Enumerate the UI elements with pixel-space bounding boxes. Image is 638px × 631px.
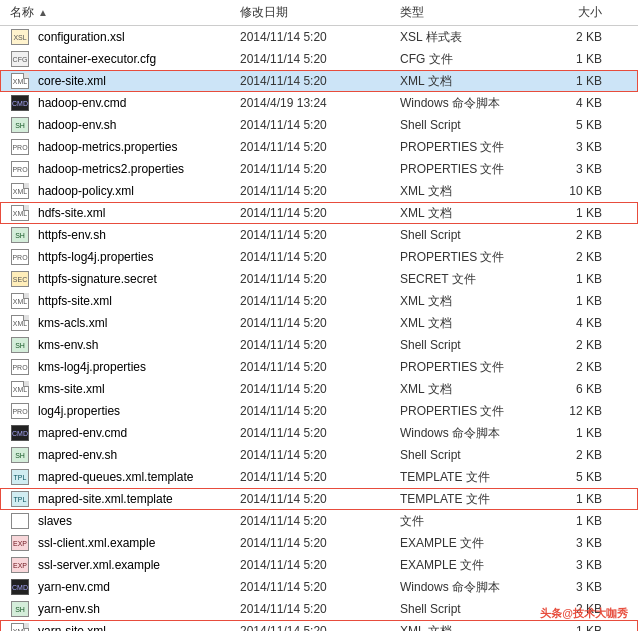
file-size: 2 KB <box>550 30 610 44</box>
col-date-header[interactable]: 修改日期 <box>240 4 400 21</box>
file-name-cell: EXPssl-client.xml.example <box>0 534 240 552</box>
file-date: 2014/11/14 5:20 <box>240 536 400 550</box>
file-type: Shell Script <box>400 338 550 352</box>
file-name-label: ssl-client.xml.example <box>38 536 240 550</box>
file-name-cell: PROkms-log4j.properties <box>0 358 240 376</box>
file-name-cell: CMDyarn-env.cmd <box>0 578 240 596</box>
file-name-label: hdfs-site.xml <box>38 206 240 220</box>
file-name-label: configuration.xsl <box>38 30 240 44</box>
file-icon: PRO <box>10 160 30 178</box>
file-name-label: yarn-env.cmd <box>38 580 240 594</box>
col-name-header[interactable]: 名称 ▲ <box>0 4 240 21</box>
table-row[interactable]: PROlog4j.properties2014/11/14 5:20PROPER… <box>0 400 638 422</box>
file-icon: XML <box>10 182 30 200</box>
file-icon: SH <box>10 226 30 244</box>
file-name-label: kms-log4j.properties <box>38 360 240 374</box>
file-size: 3 KB <box>550 162 610 176</box>
file-name-cell: EXPssl-server.xml.example <box>0 556 240 574</box>
file-size: 10 KB <box>550 184 610 198</box>
watermark: 头条@技术大咖秀 <box>540 606 628 621</box>
table-row[interactable]: XMLyarn-site.xml2014/11/14 5:20XML 文档1 K… <box>0 620 638 631</box>
file-date: 2014/11/14 5:20 <box>240 360 400 374</box>
col-type-header[interactable]: 类型 <box>400 4 550 21</box>
table-row[interactable]: EXPssl-client.xml.example2014/11/14 5:20… <box>0 532 638 554</box>
file-date: 2014/11/14 5:20 <box>240 140 400 154</box>
file-icon: CMD <box>10 424 30 442</box>
file-name-label: mapred-env.cmd <box>38 426 240 440</box>
file-name-label: ssl-server.xml.example <box>38 558 240 572</box>
file-name-label: hadoop-env.sh <box>38 118 240 132</box>
file-icon: TPL <box>10 490 30 508</box>
file-type: XML 文档 <box>400 623 550 632</box>
file-icon: EXP <box>10 556 30 574</box>
file-name-label: hadoop-metrics2.properties <box>38 162 240 176</box>
table-row[interactable]: CFGcontainer-executor.cfg2014/11/14 5:20… <box>0 48 638 70</box>
header-row: 名称 ▲ 修改日期 类型 大小 <box>0 0 638 26</box>
file-type: PROPERTIES 文件 <box>400 161 550 178</box>
table-row[interactable]: CMDhadoop-env.cmd2014/4/19 13:24Windows … <box>0 92 638 114</box>
table-row[interactable]: slaves2014/11/14 5:20文件1 KB <box>0 510 638 532</box>
file-icon: CFG <box>10 50 30 68</box>
file-name-cell: slaves <box>0 512 240 530</box>
file-name-cell: TPLmapred-queues.xml.template <box>0 468 240 486</box>
file-name-cell: SHkms-env.sh <box>0 336 240 354</box>
table-row[interactable]: XMLkms-site.xml2014/11/14 5:20XML 文档6 KB <box>0 378 638 400</box>
file-type: SECRET 文件 <box>400 271 550 288</box>
file-type: XML 文档 <box>400 293 550 310</box>
file-name-label: mapred-site.xml.template <box>38 492 240 506</box>
file-icon: XML <box>10 380 30 398</box>
file-date: 2014/11/14 5:20 <box>240 206 400 220</box>
file-name-cell: SHhadoop-env.sh <box>0 116 240 134</box>
table-row[interactable]: SHhadoop-env.sh2014/11/14 5:20Shell Scri… <box>0 114 638 136</box>
file-type: XML 文档 <box>400 381 550 398</box>
table-row[interactable]: XMLhdfs-site.xml2014/11/14 5:20XML 文档1 K… <box>0 202 638 224</box>
table-row[interactable]: PROhttpfs-log4j.properties2014/11/14 5:2… <box>0 246 638 268</box>
file-name-cell: XMLcore-site.xml <box>0 72 240 90</box>
table-row[interactable]: PROkms-log4j.properties2014/11/14 5:20PR… <box>0 356 638 378</box>
file-name-label: yarn-env.sh <box>38 602 240 616</box>
file-size: 1 KB <box>550 624 610 631</box>
table-row[interactable]: XMLhttpfs-site.xml2014/11/14 5:20XML 文档1… <box>0 290 638 312</box>
file-date: 2014/11/14 5:20 <box>240 272 400 286</box>
table-row[interactable]: XSLconfiguration.xsl2014/11/14 5:20XSL 样… <box>0 26 638 48</box>
file-name-cell: CMDmapred-env.cmd <box>0 424 240 442</box>
file-icon: PRO <box>10 358 30 376</box>
table-row[interactable]: CMDmapred-env.cmd2014/11/14 5:20Windows … <box>0 422 638 444</box>
file-icon: XML <box>10 314 30 332</box>
file-icon: SH <box>10 336 30 354</box>
file-icon: PRO <box>10 138 30 156</box>
table-row[interactable]: XMLkms-acls.xml2014/11/14 5:20XML 文档4 KB <box>0 312 638 334</box>
table-row[interactable]: SHhttpfs-env.sh2014/11/14 5:20Shell Scri… <box>0 224 638 246</box>
file-icon: SH <box>10 446 30 464</box>
table-row[interactable]: CMDyarn-env.cmd2014/11/14 5:20Windows 命令… <box>0 576 638 598</box>
table-row[interactable]: EXPssl-server.xml.example2014/11/14 5:20… <box>0 554 638 576</box>
table-row[interactable]: SHkms-env.sh2014/11/14 5:20Shell Script2… <box>0 334 638 356</box>
file-date: 2014/11/14 5:20 <box>240 558 400 572</box>
file-icon: SEC <box>10 270 30 288</box>
table-row[interactable]: XMLhadoop-policy.xml2014/11/14 5:20XML 文… <box>0 180 638 202</box>
col-size-header[interactable]: 大小 <box>550 4 610 21</box>
file-name-cell: SEChttpfs-signature.secret <box>0 270 240 288</box>
table-row[interactable]: PROhadoop-metrics.properties2014/11/14 5… <box>0 136 638 158</box>
file-size: 2 KB <box>550 338 610 352</box>
file-name-label: core-site.xml <box>38 74 240 88</box>
file-type: Shell Script <box>400 602 550 616</box>
file-icon: XML <box>10 622 30 631</box>
file-name-label: httpfs-log4j.properties <box>38 250 240 264</box>
file-date: 2014/11/14 5:20 <box>240 250 400 264</box>
file-icon: XML <box>10 72 30 90</box>
table-row[interactable]: SHmapred-env.sh2014/11/14 5:20Shell Scri… <box>0 444 638 466</box>
file-name-cell: XMLyarn-site.xml <box>0 622 240 631</box>
file-date: 2014/11/14 5:20 <box>240 382 400 396</box>
file-date: 2014/11/14 5:20 <box>240 30 400 44</box>
table-row[interactable]: XMLcore-site.xml2014/11/14 5:20XML 文档1 K… <box>0 70 638 92</box>
file-icon: PRO <box>10 402 30 420</box>
table-row[interactable]: PROhadoop-metrics2.properties2014/11/14 … <box>0 158 638 180</box>
file-name-label: httpfs-signature.secret <box>38 272 240 286</box>
file-name-label: log4j.properties <box>38 404 240 418</box>
file-icon: TPL <box>10 468 30 486</box>
table-row[interactable]: TPLmapred-queues.xml.template2014/11/14 … <box>0 466 638 488</box>
file-name-label: mapred-env.sh <box>38 448 240 462</box>
table-row[interactable]: TPLmapred-site.xml.template2014/11/14 5:… <box>0 488 638 510</box>
table-row[interactable]: SEChttpfs-signature.secret2014/11/14 5:2… <box>0 268 638 290</box>
